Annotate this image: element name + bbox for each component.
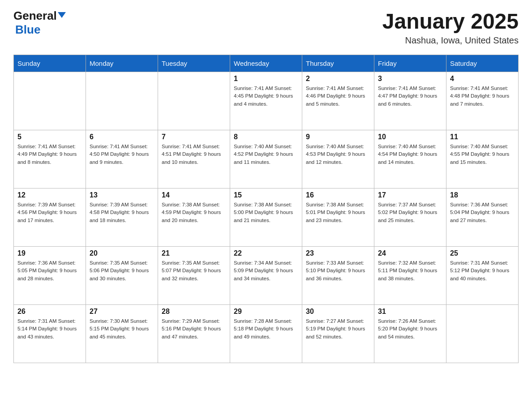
calendar-cell-w1-d1 xyxy=(14,72,86,130)
calendar-week-1: 1Sunrise: 7:41 AM Sunset: 4:45 PM Daylig… xyxy=(14,72,519,130)
day-number-17: 17 xyxy=(378,191,442,199)
calendar-cell-w4-d7: 25Sunrise: 7:31 AM Sunset: 5:12 PM Dayli… xyxy=(446,247,519,305)
day-number-9: 9 xyxy=(306,133,370,141)
day-number-20: 20 xyxy=(90,249,154,257)
day-number-25: 25 xyxy=(450,249,515,257)
page-header: General Blue January 2025 Nashua, Iowa, … xyxy=(13,9,519,46)
day-info-30: Sunrise: 7:27 AM Sunset: 5:19 PM Dayligh… xyxy=(306,317,370,341)
day-number-21: 21 xyxy=(162,249,226,257)
day-info-21: Sunrise: 7:35 AM Sunset: 5:07 PM Dayligh… xyxy=(162,259,226,283)
calendar-week-4: 19Sunrise: 7:36 AM Sunset: 5:05 PM Dayli… xyxy=(14,247,519,305)
calendar-cell-w2-d5: 9Sunrise: 7:40 AM Sunset: 4:53 PM Daylig… xyxy=(302,130,374,188)
calendar-cell-w5-d7 xyxy=(446,305,519,363)
day-info-6: Sunrise: 7:41 AM Sunset: 4:50 PM Dayligh… xyxy=(90,143,154,166)
day-number-3: 3 xyxy=(378,75,442,83)
header-saturday: Saturday xyxy=(446,55,519,72)
day-info-8: Sunrise: 7:40 AM Sunset: 4:52 PM Dayligh… xyxy=(234,143,298,166)
day-info-14: Sunrise: 7:38 AM Sunset: 4:59 PM Dayligh… xyxy=(162,201,226,224)
location: Nashua, Iowa, United States xyxy=(382,35,519,46)
day-number-31: 31 xyxy=(378,308,442,316)
calendar-header-row: Sunday Monday Tuesday Wednesday Thursday… xyxy=(14,55,519,72)
calendar-cell-w3-d1: 12Sunrise: 7:39 AM Sunset: 4:56 PM Dayli… xyxy=(14,188,86,247)
calendar-cell-w5-d6: 31Sunrise: 7:26 AM Sunset: 5:20 PM Dayli… xyxy=(374,305,446,363)
calendar-week-2: 5Sunrise: 7:41 AM Sunset: 4:49 PM Daylig… xyxy=(14,130,519,188)
day-info-18: Sunrise: 7:36 AM Sunset: 5:04 PM Dayligh… xyxy=(450,201,515,224)
day-info-9: Sunrise: 7:40 AM Sunset: 4:53 PM Dayligh… xyxy=(306,143,370,166)
day-info-5: Sunrise: 7:41 AM Sunset: 4:49 PM Dayligh… xyxy=(17,143,82,166)
day-info-20: Sunrise: 7:35 AM Sunset: 5:06 PM Dayligh… xyxy=(90,259,154,283)
calendar-cell-w5-d3: 28Sunrise: 7:29 AM Sunset: 5:16 PM Dayli… xyxy=(158,305,230,363)
day-number-26: 26 xyxy=(17,308,82,316)
day-number-15: 15 xyxy=(234,191,298,199)
calendar-cell-w4-d4: 22Sunrise: 7:34 AM Sunset: 5:09 PM Dayli… xyxy=(230,247,302,305)
day-number-10: 10 xyxy=(378,133,442,141)
day-number-14: 14 xyxy=(162,191,226,199)
calendar-cell-w3-d2: 13Sunrise: 7:39 AM Sunset: 4:58 PM Dayli… xyxy=(86,188,158,247)
day-number-11: 11 xyxy=(450,133,515,141)
calendar-cell-w3-d4: 15Sunrise: 7:38 AM Sunset: 5:00 PM Dayli… xyxy=(230,188,302,247)
day-info-25: Sunrise: 7:31 AM Sunset: 5:12 PM Dayligh… xyxy=(450,259,515,283)
calendar-cell-w1-d3 xyxy=(158,72,230,130)
calendar-cell-w4-d1: 19Sunrise: 7:36 AM Sunset: 5:05 PM Dayli… xyxy=(14,247,86,305)
day-number-30: 30 xyxy=(306,308,370,316)
day-number-7: 7 xyxy=(162,133,226,141)
calendar-cell-w1-d2 xyxy=(86,72,158,130)
calendar-cell-w4-d3: 21Sunrise: 7:35 AM Sunset: 5:07 PM Dayli… xyxy=(158,247,230,305)
day-info-15: Sunrise: 7:38 AM Sunset: 5:00 PM Dayligh… xyxy=(234,201,298,224)
calendar-cell-w3-d3: 14Sunrise: 7:38 AM Sunset: 4:59 PM Dayli… xyxy=(158,188,230,247)
calendar-cell-w2-d3: 7Sunrise: 7:41 AM Sunset: 4:51 PM Daylig… xyxy=(158,130,230,188)
day-number-19: 19 xyxy=(17,249,82,257)
calendar-week-3: 12Sunrise: 7:39 AM Sunset: 4:56 PM Dayli… xyxy=(14,188,519,247)
calendar-cell-w1-d6: 3Sunrise: 7:41 AM Sunset: 4:47 PM Daylig… xyxy=(374,72,446,130)
day-info-19: Sunrise: 7:36 AM Sunset: 5:05 PM Dayligh… xyxy=(17,259,82,283)
day-info-22: Sunrise: 7:34 AM Sunset: 5:09 PM Dayligh… xyxy=(234,259,298,283)
day-info-10: Sunrise: 7:40 AM Sunset: 4:54 PM Dayligh… xyxy=(378,143,442,166)
calendar-cell-w1-d5: 2Sunrise: 7:41 AM Sunset: 4:46 PM Daylig… xyxy=(302,72,374,130)
calendar-cell-w2-d7: 11Sunrise: 7:40 AM Sunset: 4:55 PM Dayli… xyxy=(446,130,519,188)
logo-general: General xyxy=(13,9,66,23)
day-number-28: 28 xyxy=(162,308,226,316)
day-info-17: Sunrise: 7:37 AM Sunset: 5:02 PM Dayligh… xyxy=(378,201,442,224)
day-info-29: Sunrise: 7:28 AM Sunset: 5:18 PM Dayligh… xyxy=(234,317,298,341)
calendar-cell-w2-d6: 10Sunrise: 7:40 AM Sunset: 4:54 PM Dayli… xyxy=(374,130,446,188)
day-info-1: Sunrise: 7:41 AM Sunset: 4:45 PM Dayligh… xyxy=(234,85,298,108)
calendar-cell-w4-d6: 24Sunrise: 7:32 AM Sunset: 5:11 PM Dayli… xyxy=(374,247,446,305)
day-number-1: 1 xyxy=(234,75,298,83)
day-info-24: Sunrise: 7:32 AM Sunset: 5:11 PM Dayligh… xyxy=(378,259,442,283)
day-number-29: 29 xyxy=(234,308,298,316)
day-info-7: Sunrise: 7:41 AM Sunset: 4:51 PM Dayligh… xyxy=(162,143,226,166)
day-number-18: 18 xyxy=(450,191,515,199)
logo: General Blue xyxy=(13,9,66,37)
calendar-cell-w2-d1: 5Sunrise: 7:41 AM Sunset: 4:49 PM Daylig… xyxy=(14,130,86,188)
calendar-week-5: 26Sunrise: 7:31 AM Sunset: 5:14 PM Dayli… xyxy=(14,305,519,363)
day-number-27: 27 xyxy=(90,308,154,316)
day-info-27: Sunrise: 7:30 AM Sunset: 5:15 PM Dayligh… xyxy=(90,317,154,341)
header-tuesday: Tuesday xyxy=(158,55,230,72)
header-sunday: Sunday xyxy=(14,55,86,72)
day-number-13: 13 xyxy=(90,191,154,199)
day-info-31: Sunrise: 7:26 AM Sunset: 5:20 PM Dayligh… xyxy=(378,317,442,341)
day-number-16: 16 xyxy=(306,191,370,199)
calendar-cell-w5-d5: 30Sunrise: 7:27 AM Sunset: 5:19 PM Dayli… xyxy=(302,305,374,363)
calendar-cell-w2-d2: 6Sunrise: 7:41 AM Sunset: 4:50 PM Daylig… xyxy=(86,130,158,188)
day-number-8: 8 xyxy=(234,133,298,141)
calendar-table: Sunday Monday Tuesday Wednesday Thursday… xyxy=(13,55,519,363)
calendar-cell-w1-d7: 4Sunrise: 7:41 AM Sunset: 4:48 PM Daylig… xyxy=(446,72,519,130)
logo-blue: Blue xyxy=(15,23,40,36)
calendar-cell-w1-d4: 1Sunrise: 7:41 AM Sunset: 4:45 PM Daylig… xyxy=(230,72,302,130)
calendar-cell-w4-d5: 23Sunrise: 7:33 AM Sunset: 5:10 PM Dayli… xyxy=(302,247,374,305)
calendar-cell-w2-d4: 8Sunrise: 7:40 AM Sunset: 4:52 PM Daylig… xyxy=(230,130,302,188)
logo-arrow-icon xyxy=(58,12,66,18)
day-info-12: Sunrise: 7:39 AM Sunset: 4:56 PM Dayligh… xyxy=(17,201,82,224)
day-number-2: 2 xyxy=(306,75,370,83)
month-title: January 2025 xyxy=(382,9,519,34)
day-number-6: 6 xyxy=(90,133,154,141)
day-number-23: 23 xyxy=(306,249,370,257)
calendar-cell-w3-d6: 17Sunrise: 7:37 AM Sunset: 5:02 PM Dayli… xyxy=(374,188,446,247)
day-number-22: 22 xyxy=(234,249,298,257)
title-block: January 2025 Nashua, Iowa, United States xyxy=(382,9,519,46)
header-wednesday: Wednesday xyxy=(230,55,302,72)
calendar-cell-w5-d4: 29Sunrise: 7:28 AM Sunset: 5:18 PM Dayli… xyxy=(230,305,302,363)
calendar-cell-w5-d2: 27Sunrise: 7:30 AM Sunset: 5:15 PM Dayli… xyxy=(86,305,158,363)
day-number-5: 5 xyxy=(17,133,82,141)
